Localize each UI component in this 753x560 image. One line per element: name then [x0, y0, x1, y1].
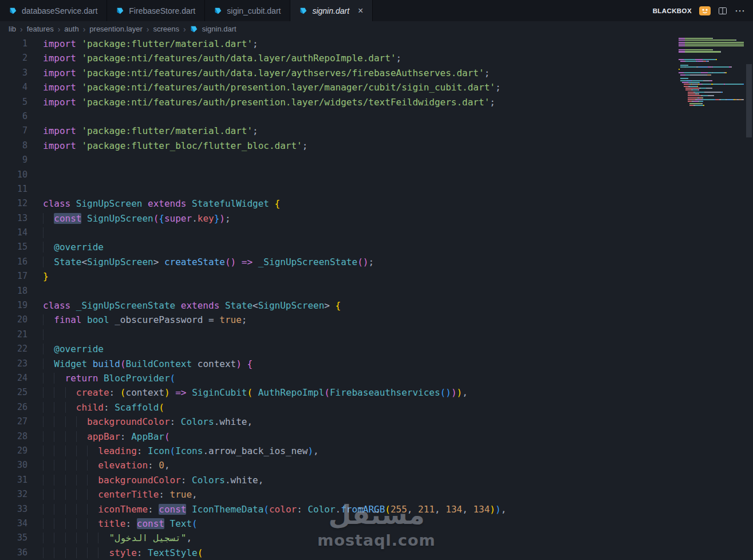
code-token: SignUpScreen	[87, 213, 153, 224]
code-token: :	[159, 489, 169, 500]
code-token: iconTheme	[98, 504, 148, 515]
code-line: 28 appBar: AppBar(	[0, 429, 753, 444]
code-token: Colors	[192, 475, 225, 486]
code-token: }	[43, 271, 49, 282]
breadcrumb-item-signin.dart[interactable]: signin.dart	[202, 25, 236, 33]
line-number: 13	[0, 211, 27, 226]
line-number: 36	[0, 546, 27, 560]
tab-label: FirebaseStore.dart	[129, 6, 195, 15]
code-line: 4import 'package:nti/features/auth/prese…	[0, 80, 753, 94]
line-number: 3	[0, 66, 27, 80]
code-token: :	[120, 431, 131, 442]
code-token: centerTitle	[98, 489, 159, 500]
code-token: (	[192, 518, 198, 529]
code-token: extends	[148, 198, 192, 209]
breadcrumb-item-auth[interactable]: auth	[64, 25, 78, 33]
minimap-line	[679, 65, 744, 66]
code-token: ,	[192, 489, 198, 500]
code-token: SignUpScreen	[76, 198, 148, 209]
minimap-line	[679, 51, 744, 52]
breadcrumb-item-lib[interactable]: lib	[9, 25, 16, 33]
line-number: 26	[0, 400, 27, 415]
code-area[interactable]: 1import 'package:flutter/material.dart';…	[0, 37, 753, 560]
code-token: {	[247, 358, 253, 369]
code-token: appBar	[87, 431, 120, 442]
code-token: StatefulWidget	[192, 198, 275, 209]
minimap-line	[679, 42, 744, 43]
indent-guide	[43, 547, 109, 558]
minimap-line	[679, 62, 744, 64]
code-line: 21	[0, 328, 753, 342]
code-token: (	[153, 213, 159, 224]
blackbox-icon[interactable]	[699, 6, 711, 16]
code-token: .	[203, 445, 208, 456]
dart-icon	[190, 25, 198, 33]
code-token: ;	[242, 314, 247, 325]
line-number: 12	[0, 196, 27, 211]
code-token	[186, 387, 192, 398]
code-token: :	[109, 387, 120, 398]
indent-guide	[43, 344, 54, 354]
code-token: :	[137, 547, 148, 558]
minimap-line	[679, 86, 744, 87]
indent-guide	[43, 358, 54, 369]
tab-databaseService.dart[interactable]: databaseService.dart	[0, 0, 107, 21]
indent-guide	[43, 416, 87, 427]
code-token: ;	[302, 140, 308, 151]
code-token: {	[275, 198, 281, 209]
code-token: ,	[164, 460, 170, 471]
code-token: (	[164, 431, 170, 442]
code-line: 12class SignUpScreen extends StatefulWid…	[0, 196, 753, 211]
code-token: ;	[253, 38, 258, 49]
code-line: 36 style: TextStyle(	[0, 546, 753, 560]
line-number: 16	[0, 255, 27, 269]
blackbox-label: BLACKBOX	[653, 7, 692, 14]
minimap[interactable]	[679, 38, 744, 107]
line-number: 22	[0, 342, 27, 356]
code-token: context	[126, 387, 164, 398]
code-token: extends	[181, 300, 225, 311]
code-token: Text	[170, 518, 192, 529]
close-tab-icon[interactable]: ×	[358, 6, 363, 15]
breadcrumb-item-presention.layer[interactable]: presention.layer	[89, 25, 143, 33]
breadcrumb-item-screens[interactable]: screens	[153, 25, 180, 33]
code-token: super	[164, 213, 192, 224]
code-token: )	[363, 257, 369, 267]
code-token: 'package:nti/features/auth/presention.la…	[81, 97, 490, 108]
code-line: 33 iconTheme: const IconThemeData(color:…	[0, 502, 753, 516]
code-token: style	[109, 547, 137, 558]
minimap-line	[679, 45, 744, 46]
dart-icon	[116, 7, 124, 15]
code-token	[81, 213, 87, 224]
code-token: const	[159, 504, 186, 515]
line-number: 30	[0, 458, 27, 472]
code-token: :	[297, 504, 307, 515]
code-token: bool	[87, 314, 115, 325]
code-token: const	[137, 518, 164, 529]
breadcrumb-item-features[interactable]: features	[27, 25, 54, 33]
code-token: (	[159, 402, 164, 413]
code-token: )	[231, 257, 236, 267]
code-token: {	[336, 300, 341, 311]
code-token: =	[208, 314, 219, 325]
tab-sigin_cubit.dart[interactable]: sigin_cubit.dart	[205, 0, 290, 21]
code-token: ;	[396, 53, 402, 64]
code-line: 25 create: (context) => SiginCubit( Auth…	[0, 385, 753, 400]
code-token: AppBar	[131, 431, 164, 442]
indent-guide	[43, 257, 54, 267]
tab-signin.dart[interactable]: signin.dart×	[290, 0, 373, 21]
code-token: {	[159, 213, 164, 224]
code-token: SignUpScreen	[258, 300, 325, 311]
minimap-line	[679, 80, 744, 81]
tab-FirebaseStore.dart[interactable]: FirebaseStore.dart	[107, 0, 205, 21]
code-line: 24 return BlocProvider(	[0, 371, 753, 385]
line-number: 21	[0, 328, 27, 342]
breadcrumb-separator: ›	[83, 25, 86, 34]
code-token	[253, 257, 258, 267]
minimap-line	[679, 53, 744, 54]
more-actions-icon[interactable]: ⋯	[735, 6, 745, 16]
scrollbar-thumb[interactable]	[746, 64, 752, 137]
code-line: 7import 'package:flutter/material.dart';	[0, 124, 753, 138]
scrollbar[interactable]	[745, 37, 753, 560]
split-editor-icon[interactable]	[718, 6, 727, 15]
